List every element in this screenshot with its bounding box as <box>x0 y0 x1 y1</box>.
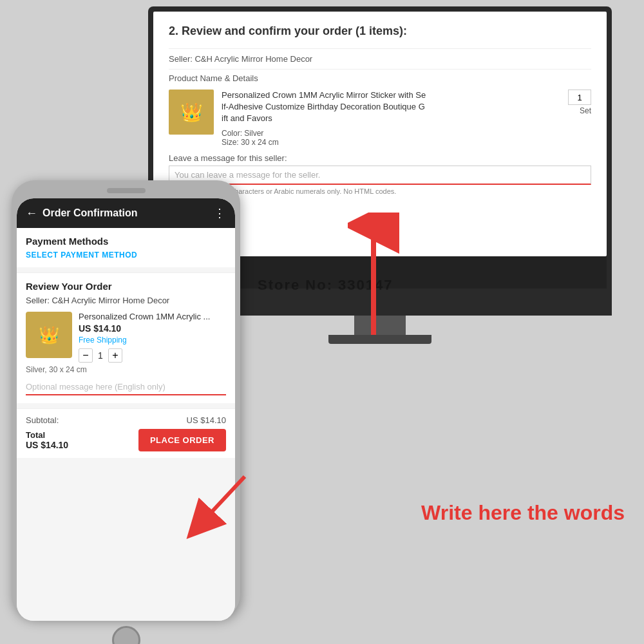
phone-qty-minus-button[interactable]: − <box>79 348 93 363</box>
phone-seller-label: Seller: C&H Acrylic Mirror Home Decor <box>26 296 226 305</box>
monitor-seller-label: Seller: C&H Acrylic Mirror Home Decor <box>169 54 312 64</box>
monitor-product-name-header: Product Name & Details <box>169 73 591 83</box>
monitor-product-row: 👑 Personalized Crown 1MM Acrylic Mirror … <box>169 90 591 147</box>
phone-title: Order Confirmation <box>43 207 138 219</box>
phone-review-section: Review Your Order Seller: C&H Acrylic Mi… <box>17 273 235 403</box>
phone-product-row: 👑 Personalized Crown 1MM Acrylic ... US … <box>26 312 226 363</box>
phone-payment-title: Payment Methods <box>26 236 226 247</box>
phone-place-order-button[interactable]: PLACE ORDER <box>138 429 226 451</box>
phone-home-button[interactable] <box>112 626 140 644</box>
phone-product-image: 👑 <box>26 312 72 358</box>
phone-screen: ← Order Confirmation ⋮ Payment Methods S… <box>17 198 235 621</box>
phone-total-left: Total US $14.10 <box>26 430 68 450</box>
phone-message-input-wrapper: Optional message here (English only) <box>26 379 226 395</box>
monitor-product-image: 👑 <box>169 90 214 135</box>
phone-product-price: US $14.10 <box>79 323 226 334</box>
phone-product-attrs: Silver, 30 x 24 cm <box>26 365 226 374</box>
monitor-seller-row: Seller: C&H Acrylic Mirror Home Decor <box>169 48 591 70</box>
phone-wrapper: ← Order Confirmation ⋮ Payment Methods S… <box>12 180 240 618</box>
phone-product-info: Personalized Crown 1MM Acrylic ... US $1… <box>79 312 226 363</box>
monitor-message-input-placeholder[interactable]: You can leave a message for the seller. <box>175 170 585 180</box>
phone-notch <box>107 188 146 193</box>
phone-product-name: Personalized Crown 1MM Acrylic ... <box>79 312 226 321</box>
phone-total-amount: US $14.10 <box>26 440 68 450</box>
svg-line-1 <box>200 477 245 525</box>
phone-qty-row: − 1 + <box>79 348 226 363</box>
monitor-step-label: 2. Review and confirm your order (1 item… <box>169 24 591 38</box>
phone-back-button[interactable]: ← <box>26 207 37 220</box>
phone-header-left: ← Order Confirmation <box>26 207 138 220</box>
monitor-qty-input[interactable] <box>568 90 591 105</box>
phone-total-row: Total US $14.10 PLACE ORDER <box>26 429 226 451</box>
monitor-product-title: Personalized Crown 1MM Acrylic Mirror St… <box>222 90 545 125</box>
phone-header: ← Order Confirmation ⋮ <box>17 198 235 228</box>
write-here-text: Write here the words <box>421 500 625 525</box>
arrow-phone-message <box>129 464 258 541</box>
phone-payment-section: Payment Methods SELECT PAYMENT METHOD <box>17 228 235 267</box>
phone-subtotal-value: US $14.10 <box>187 415 226 425</box>
phone-shipping-label: Free Shipping <box>79 336 226 345</box>
phone-review-title: Review Your Order <box>26 281 226 292</box>
monitor-qty-box: Set <box>553 90 591 115</box>
phone-total-label: Total <box>26 430 68 440</box>
phone-footer: Subtotal: US $14.10 Total US $14.10 PLAC… <box>17 408 235 458</box>
phone-qty-value: 1 <box>98 350 103 361</box>
phone-select-payment-button[interactable]: SELECT PAYMENT METHOD <box>26 251 226 260</box>
phone-body: Payment Methods SELECT PAYMENT METHOD Re… <box>17 228 235 621</box>
monitor-message-input-wrapper: You can leave a message for the seller. <box>169 166 591 185</box>
monitor-message-label: Leave a message for this seller: <box>169 153 591 163</box>
phone-qty-plus-button[interactable]: + <box>108 348 122 363</box>
phone-message-placeholder[interactable]: Optional message here (English only) <box>26 382 226 392</box>
monitor-qty-unit: Set <box>580 106 591 115</box>
monitor-product-size: Size: 30 x 24 cm <box>222 138 545 147</box>
phone-menu-icon[interactable]: ⋮ <box>214 206 226 220</box>
arrow-monitor-message <box>348 213 399 341</box>
phone-subtotal-label: Subtotal: <box>26 415 59 425</box>
phone-subtotal-row: Subtotal: US $14.10 <box>26 415 226 425</box>
monitor-product-color: Color: Silver <box>222 129 545 138</box>
monitor-product-details: Personalized Crown 1MM Acrylic Mirror St… <box>214 90 553 147</box>
